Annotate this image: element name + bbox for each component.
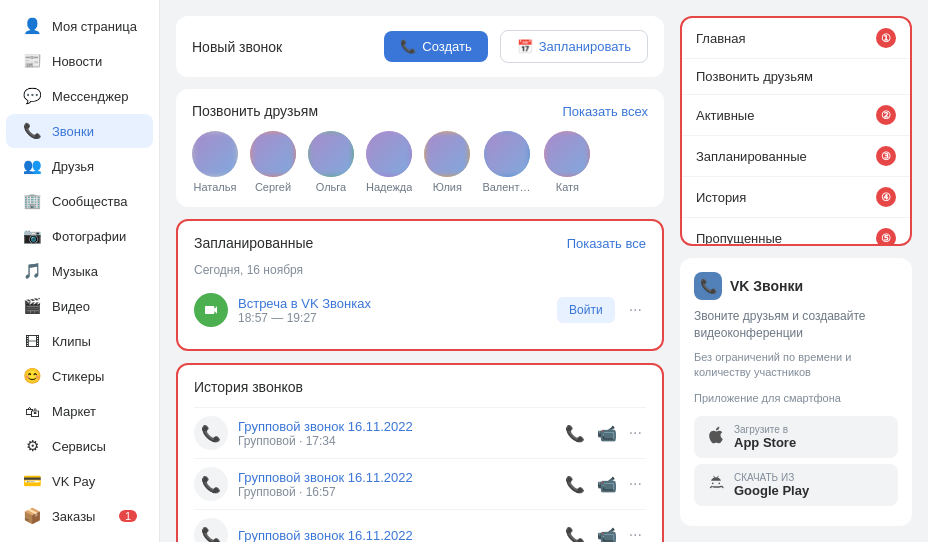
friend-avatar-1: [192, 131, 238, 177]
menu-label-call-friends: Позвонить друзьям: [696, 69, 813, 84]
sidebar-icon-messenger: 💬: [22, 86, 42, 106]
menu-item-history[interactable]: История ④: [682, 177, 910, 218]
group-call-icon-2: 📞: [194, 467, 228, 501]
friend-name-2: Сергей: [255, 181, 291, 193]
sidebar-item-market[interactable]: 🛍 Маркет: [6, 394, 153, 428]
sidebar-icon-orders: 📦: [22, 506, 42, 526]
sidebar-item-messenger[interactable]: 💬 Мессенджер: [6, 79, 153, 113]
sidebar-label-services: Сервисы: [52, 439, 106, 454]
call-action-icon[interactable]: 📞: [561, 420, 589, 447]
sidebar-badge-orders: 1: [119, 510, 137, 522]
friend-avatar-2: [250, 131, 296, 177]
menu-item-missed[interactable]: Пропущенные ⑤: [682, 218, 910, 246]
sidebar-item-communities[interactable]: 🏢 Сообщества: [6, 184, 153, 218]
more-icon-3[interactable]: ···: [625, 522, 646, 542]
googleplay-label: СКАЧАТЬ ИЗ: [734, 472, 809, 483]
history-name-3[interactable]: Групповой звонок 16.11.2022: [238, 528, 551, 543]
menu-label-scheduled: Запланированные: [696, 149, 807, 164]
call-action-icon-2[interactable]: 📞: [561, 471, 589, 498]
sidebar-item-vkpay[interactable]: 💳 VK Pay: [6, 464, 153, 498]
more-icon[interactable]: ···: [625, 420, 646, 446]
video-action-icon-2[interactable]: 📹: [593, 471, 621, 498]
sidebar-item-clips[interactable]: 🎞 Клипы: [6, 324, 153, 358]
sidebar-item-my-page[interactable]: 👤 Моя страница: [6, 9, 153, 43]
sidebar-item-music[interactable]: 🎵 Музыка: [6, 254, 153, 288]
call-info: Встреча в VK Звонках 18:57 — 19:27: [238, 296, 547, 325]
more-options-icon[interactable]: ···: [625, 301, 646, 319]
menu-badge-missed: ⑤: [876, 228, 896, 246]
menu-item-call-friends[interactable]: Позвонить друзьям: [682, 59, 910, 95]
appstore-label: Загрузите в: [734, 424, 796, 435]
history-header: История звонков: [194, 379, 646, 395]
menu-item-home[interactable]: Главная ①: [682, 18, 910, 59]
friends-header: Позвонить друзьям Показать всех: [192, 103, 648, 119]
sidebar-label-music: Музыка: [52, 264, 98, 279]
googleplay-name: Google Play: [734, 483, 809, 498]
friends-card: Позвонить друзьям Показать всех Наталья …: [176, 89, 664, 207]
video-action-icon[interactable]: 📹: [593, 420, 621, 447]
history-name-1[interactable]: Групповой звонок 16.11.2022: [238, 419, 551, 434]
menu-item-active[interactable]: Активные ②: [682, 95, 910, 136]
promo-sub: Без ограничений по времени и количеству …: [694, 350, 898, 381]
sidebar-label-news: Новости: [52, 54, 102, 69]
scheduled-call-item: Встреча в VK Звонках 18:57 — 19:27 Войти…: [194, 285, 646, 335]
history-info-2: Групповой звонок 16.11.2022 Групповой · …: [238, 470, 551, 499]
googleplay-text: СКАЧАТЬ ИЗ Google Play: [734, 472, 809, 498]
appstore-button[interactable]: Загрузите в App Store: [694, 416, 898, 458]
friend-item[interactable]: Сергей: [250, 131, 296, 193]
friend-name-4: Надежда: [366, 181, 412, 193]
right-menu: Главная ① Позвонить друзьям Активные ② З…: [680, 16, 912, 246]
history-title: История звонков: [194, 379, 303, 395]
menu-badge-scheduled: ③: [876, 146, 896, 166]
sidebar-label-my-page: Моя страница: [52, 19, 137, 34]
history-item-2: 📞 Групповой звонок 16.11.2022 Групповой …: [194, 458, 646, 509]
sidebar-label-calls: Звонки: [52, 124, 94, 139]
appstore-name: App Store: [734, 435, 796, 450]
video-action-icon-3[interactable]: 📹: [593, 522, 621, 543]
friend-item[interactable]: Ольга: [308, 131, 354, 193]
sidebar-icon-clips: 🎞: [22, 331, 42, 351]
history-info-3: Групповой звонок 16.11.2022: [238, 528, 551, 543]
friend-item[interactable]: Валенти…: [482, 131, 532, 193]
show-all-scheduled[interactable]: Показать все: [567, 236, 646, 251]
sidebar-item-video[interactable]: 🎬 Видео: [6, 289, 153, 323]
sidebar-label-stickers: Стикеры: [52, 369, 104, 384]
friend-name-5: Юлия: [433, 181, 462, 193]
sidebar-icon-communities: 🏢: [22, 191, 42, 211]
friend-item[interactable]: Юлия: [424, 131, 470, 193]
sidebar: 👤 Моя страница 📰 Новости 💬 Мессенджер 📞 …: [0, 0, 160, 542]
sidebar-label-photos: Фотографии: [52, 229, 126, 244]
sidebar-item-stickers[interactable]: 😊 Стикеры: [6, 359, 153, 393]
call-action-icon-3[interactable]: 📞: [561, 522, 589, 543]
googleplay-button[interactable]: СКАЧАТЬ ИЗ Google Play: [694, 464, 898, 506]
friend-name-1: Наталья: [194, 181, 237, 193]
sidebar-item-friends[interactable]: 👥 Друзья: [6, 149, 153, 183]
join-button[interactable]: Войти: [557, 297, 615, 323]
friend-item[interactable]: Наталья: [192, 131, 238, 193]
more-icon-2[interactable]: ···: [625, 471, 646, 497]
history-name-2[interactable]: Групповой звонок 16.11.2022: [238, 470, 551, 485]
history-meta-2: Групповой · 16:57: [238, 485, 551, 499]
menu-item-scheduled[interactable]: Запланированные ③: [682, 136, 910, 177]
promo-logo: 📞 VK Звонки: [694, 272, 898, 300]
friend-item[interactable]: Надежда: [366, 131, 412, 193]
show-all-friends[interactable]: Показать всех: [562, 104, 648, 119]
calendar-icon: 📅: [517, 39, 533, 54]
scheduled-title: Запланированные: [194, 235, 313, 251]
sidebar-item-news[interactable]: 📰 Новости: [6, 44, 153, 78]
sidebar-item-calls[interactable]: 📞 Звонки: [6, 114, 153, 148]
friend-name-3: Ольга: [316, 181, 346, 193]
friend-item[interactable]: Катя: [544, 131, 590, 193]
friend-name-6: Валенти…: [482, 181, 532, 193]
sidebar-item-photos[interactable]: 📷 Фотографии: [6, 219, 153, 253]
create-button[interactable]: 📞 Создать: [384, 31, 487, 62]
call-name[interactable]: Встреча в VK Звонках: [238, 296, 547, 311]
sidebar-item-bookmarks[interactable]: 🔖 Закладки 10: [6, 534, 153, 542]
vk-calls-logo-icon: 📞: [694, 272, 722, 300]
sidebar-icon-services: ⚙: [22, 436, 42, 456]
schedule-button[interactable]: 📅 Запланировать: [500, 30, 648, 63]
sidebar-icon-calls: 📞: [22, 121, 42, 141]
sidebar-item-orders[interactable]: 📦 Заказы 1: [6, 499, 153, 533]
sidebar-item-services[interactable]: ⚙ Сервисы: [6, 429, 153, 463]
history-actions-3: 📞 📹 ···: [561, 522, 646, 543]
